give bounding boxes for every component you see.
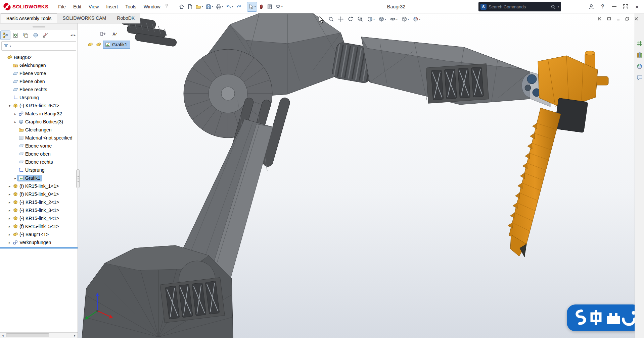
tree-item-content[interactable]: (f) KR15-link_5<1> <box>12 223 60 229</box>
panel-tab-dimxpert-manager[interactable] <box>41 31 50 40</box>
tree-item-kr15-link-2-1[interactable]: ▸(-) KR15-link_2<1> <box>0 198 78 206</box>
menu-pin-icon[interactable] <box>165 4 169 9</box>
tree-item-content[interactable]: Ebene oben <box>12 78 46 84</box>
redo-button[interactable] <box>235 2 243 11</box>
menu-tools[interactable]: Tools <box>122 0 140 13</box>
tree-item-ebene-vorne[interactable]: Ebene vorne <box>0 142 78 150</box>
solidworks-resources-icon[interactable] <box>636 40 643 47</box>
tree-item-f-kr15-link-5-1[interactable]: ▸(f) KR15-link_5<1> <box>0 222 78 230</box>
scrollbar-thumb[interactable] <box>6 333 49 337</box>
search-input[interactable] <box>489 4 549 9</box>
ribbon-tab-basic-assembly-tools[interactable]: Basic Assembly Tools <box>1 13 57 23</box>
robot-model[interactable] <box>78 13 635 338</box>
expand-right-icon[interactable]: ▸ <box>7 184 12 188</box>
breadcrumb-assembly-icon[interactable] <box>87 41 94 48</box>
menu-view[interactable]: View <box>85 0 102 13</box>
new-document-button[interactable] <box>186 2 194 11</box>
panel-splitter-handle[interactable] <box>76 169 80 188</box>
expand-right-icon[interactable]: ▸ <box>7 233 12 236</box>
tree-item-content[interactable]: ΣGleichungen <box>12 62 47 68</box>
float-window-button[interactable] <box>606 16 612 22</box>
user-account-icon[interactable] <box>586 2 596 12</box>
tree-item-verkn-pfungen[interactable]: ▸Verknüpfungen <box>0 238 78 246</box>
tree-item-ebene-vorne[interactable]: Ebene vorne <box>0 69 78 77</box>
appearances-button[interactable]: ▾ <box>412 15 421 23</box>
zoom-fit-button[interactable] <box>327 15 335 23</box>
rotate-view-button[interactable] <box>347 15 354 23</box>
tree-item-kr15-link-4-1[interactable]: ▸(-) KR15-link_4<1> <box>0 214 78 222</box>
tree-item-content[interactable]: (-) Baugr1<1> <box>12 231 50 237</box>
tree-item-content[interactable]: Graphic Bodies(3) <box>18 119 64 125</box>
tree-item-content[interactable]: Verknüpfungen <box>12 239 52 245</box>
menu-insert[interactable]: Insert <box>102 0 122 13</box>
expand-right-icon[interactable]: ▸ <box>7 192 12 196</box>
expand-right-icon[interactable]: ▸ <box>7 201 12 204</box>
graphics-viewport[interactable] <box>78 13 635 338</box>
window-tile-button[interactable] <box>620 2 631 12</box>
panel-tab-property-manager[interactable] <box>11 31 20 40</box>
help-icon[interactable]: ? <box>598 2 608 12</box>
menu-window[interactable]: Window <box>140 0 164 13</box>
tree-item-content[interactable]: Ebene rechts <box>18 159 54 165</box>
tree-item-content[interactable]: (-) KR15-link_6<1> <box>12 103 60 109</box>
tree-item-baugr1-1[interactable]: ▸(-) Baugr1<1> <box>0 230 78 238</box>
menu-edit[interactable]: Edit <box>70 0 85 13</box>
home-button[interactable] <box>178 2 186 11</box>
expand-right-icon[interactable]: ▸ <box>13 112 18 116</box>
scroll-left-icon[interactable]: ◂ <box>0 334 5 337</box>
expand-right-icon[interactable]: ▸ <box>7 217 12 220</box>
tree-item-kr15-link-3-1[interactable]: ▸(-) KR15-link_3<1> <box>0 206 78 214</box>
filter-caret-icon[interactable]: ▾ <box>10 45 11 48</box>
tree-item-content[interactable]: (f) KR15-link_0<1> <box>12 191 60 197</box>
panel-grip-row[interactable] <box>0 23 78 30</box>
tree-item-content[interactable]: Material <not specified <box>18 135 74 141</box>
tree-item-graphic-bodies-3[interactable]: ▸Graphic Bodies(3) <box>0 118 78 126</box>
tree-item-f-kr15-link-0-1[interactable]: ▸(f) KR15-link_0<1> <box>0 190 78 198</box>
ribbon-tab-solidworks-cam[interactable]: SOLIDWORKS CAM <box>57 13 111 23</box>
collapse-pane-button[interactable] <box>597 16 603 22</box>
save-button[interactable]: ▾ <box>204 2 214 11</box>
tree-filter[interactable]: ▾ <box>1 41 76 51</box>
zoom-area-button[interactable] <box>357 15 364 23</box>
tree-item-content[interactable]: Ebene vorne <box>18 143 53 149</box>
exit-isolate-icon[interactable] <box>100 31 106 38</box>
expand-right-icon[interactable]: ▸ <box>13 176 18 180</box>
print-button[interactable]: ▾ <box>215 2 224 11</box>
pan-button[interactable] <box>337 15 344 23</box>
tree-item-kr15-link-6-1[interactable]: ▾(-) KR15-link_6<1> <box>0 102 78 110</box>
expand-right-icon[interactable]: ▸ <box>7 209 12 212</box>
panel-grip-handle[interactable] <box>33 26 45 27</box>
tree-item-content[interactable]: Grafik1 <box>18 175 42 181</box>
restore-doc-button[interactable] <box>624 16 630 22</box>
tree-item-ursprung[interactable]: Ursprung <box>0 166 78 174</box>
rollback-bar[interactable] <box>0 247 78 248</box>
evaluate-button[interactable] <box>266 2 274 11</box>
tree-item-f-kr15-link-1-1[interactable]: ▸(f) KR15-link_1<1> <box>0 182 78 190</box>
breadcrumb-selected-item[interactable]: Grafik1 <box>103 41 130 48</box>
tree-item-ebene-oben[interactable]: Ebene oben <box>0 77 78 86</box>
instant3d-button[interactable] <box>257 2 265 11</box>
undo-button[interactable]: ▾ <box>225 2 234 11</box>
tree-item-content[interactable]: (-) KR15-link_4<1> <box>12 215 60 221</box>
annotation-icon[interactable]: A <box>111 31 118 38</box>
tree-item-ursprung[interactable]: Ursprung <box>0 94 78 102</box>
appearances-scenes-icon[interactable] <box>636 63 643 70</box>
close-doc-button[interactable] <box>633 16 639 22</box>
tree-item-content[interactable]: Ursprung <box>12 95 40 101</box>
panel-tabs-right-icon[interactable]: ▸ <box>74 33 76 37</box>
command-search[interactable]: S ▾ <box>478 2 561 11</box>
window-minimize-button[interactable] <box>609 2 619 12</box>
tree-item-content[interactable]: Mates in Baugr32 <box>18 111 63 117</box>
expand-right-icon[interactable]: ▸ <box>13 120 18 124</box>
tree-item-content[interactable]: Baugr32 <box>6 54 33 60</box>
tree-item-gleichungen[interactable]: ΣGleichungen <box>0 126 78 134</box>
tree-item-ebene-rechts[interactable]: Ebene rechts <box>0 158 78 166</box>
search-caret-icon[interactable]: ▾ <box>558 5 559 8</box>
tree-horizontal-scrollbar[interactable]: ◂ ▸ <box>0 332 78 338</box>
comments-icon[interactable] <box>636 74 643 81</box>
panel-tab-configuration-manager[interactable] <box>21 31 30 40</box>
panel-tab-feature-manager-design-tree[interactable] <box>1 31 10 40</box>
open-button[interactable]: ▾ <box>194 2 204 11</box>
hide-show-items-button[interactable]: ▾ <box>389 15 398 23</box>
tree-item-gleichungen[interactable]: ΣGleichungen <box>0 61 78 69</box>
